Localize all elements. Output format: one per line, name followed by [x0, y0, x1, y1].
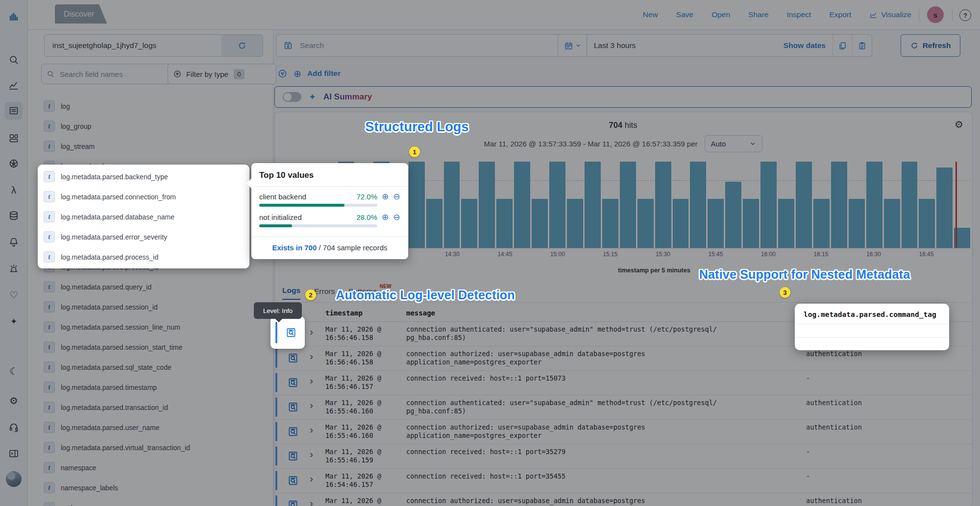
histogram-bar[interactable]	[866, 162, 882, 248]
settings-gear-icon[interactable]: ⚙	[5, 392, 23, 410]
histogram-bar[interactable]	[919, 199, 935, 248]
expand-document-icon[interactable]	[287, 377, 299, 388]
lambda-functions-icon[interactable]: λ	[5, 181, 23, 199]
field-list-item[interactable]: t log.metadata.parsed.timestamp	[27, 377, 273, 397]
field-search-input[interactable]	[59, 70, 149, 79]
copy-icon[interactable]	[833, 35, 852, 56]
histogram-bar[interactable]	[690, 162, 706, 248]
histogram-bar[interactable]	[496, 199, 513, 248]
histogram-bar[interactable]	[743, 199, 759, 248]
expand-document-icon[interactable]	[287, 401, 299, 413]
save-query-floppy-icon[interactable]	[283, 41, 293, 50]
exists-in-link[interactable]: Exists in 700	[272, 243, 317, 252]
table-row[interactable]: › Mar 11, 2026 @ 16:55:46.159 connection…	[274, 444, 972, 469]
alerts-siren-icon[interactable]	[5, 260, 23, 277]
histogram-bar[interactable]	[409, 162, 425, 248]
histogram-bar[interactable]	[637, 199, 654, 248]
table-row[interactable]: › Mar 11, 2026 @ 16:56:46.157 connection…	[274, 371, 972, 395]
histogram-bar[interactable]	[884, 199, 900, 248]
product-logo-icon[interactable]	[5, 8, 23, 25]
histogram-bar[interactable]	[725, 182, 741, 248]
expand-document-icon[interactable]	[287, 450, 299, 462]
field-list-item[interactable]: t log.metadata.parsed.session_line_num	[27, 317, 273, 337]
query-search-box[interactable]	[276, 34, 567, 57]
row-chevron-icon[interactable]: ›	[310, 473, 313, 484]
table-row[interactable]: › Mar 11, 2026 @ 16:54:46.157 connection…	[274, 469, 972, 493]
histogram-bar[interactable]	[426, 199, 442, 248]
histogram-bar[interactable]	[796, 162, 812, 248]
expand-document-icon[interactable]	[287, 426, 299, 437]
expand-document-icon[interactable]	[287, 499, 299, 506]
add-filter-label[interactable]: Add filter	[307, 69, 341, 78]
user-avatar-badge[interactable]: s	[927, 6, 944, 23]
tour-step-badge-3[interactable]: 3	[780, 287, 790, 298]
tab-errors[interactable]: Errors	[314, 287, 335, 300]
field-list-item[interactable]: t log.metadata.parsed.user_name	[27, 417, 273, 437]
database-icon[interactable]	[5, 207, 23, 224]
filter-by-type-button[interactable]: Filter by type 0	[168, 64, 276, 84]
histogram-bar[interactable]	[902, 162, 918, 248]
filter-for-value-icon[interactable]: ⊕	[382, 213, 389, 221]
visualize-button[interactable]: Visualize	[869, 10, 911, 19]
ai-summary-toggle[interactable]	[283, 92, 301, 102]
column-header-message[interactable]: message	[406, 309, 435, 317]
tour-step-badge-2[interactable]: 2	[305, 289, 316, 300]
support-headset-icon[interactable]	[5, 418, 23, 436]
index-pattern-selector[interactable]: inst_sujeetgholap_1jhyd7_logs	[44, 34, 236, 57]
field-list-item[interactable]: t log_group	[27, 116, 273, 136]
interval-select[interactable]: Auto	[705, 135, 762, 152]
histogram-bar[interactable]	[778, 199, 794, 248]
table-row[interactable]: › Mar 11, 2026 @ 16:55:46.160 connection…	[274, 395, 972, 420]
field-search-box[interactable]	[41, 64, 172, 84]
histogram-bar[interactable]	[760, 162, 777, 248]
table-row[interactable]: › Mar 11, 2026 @ 16:54:46.157 connection…	[274, 493, 972, 506]
histogram-bar[interactable]	[655, 162, 671, 248]
field-list-item[interactable]: t log.metadata.parsed.virtual_transactio…	[27, 437, 273, 458]
inspect-button[interactable]: Inspect	[786, 10, 811, 19]
index-pattern-reload-button[interactable]	[221, 34, 263, 57]
date-picker-button[interactable]	[558, 35, 587, 56]
histogram-bar[interactable]	[444, 162, 460, 248]
filter-for-value-icon[interactable]: ⊕	[382, 193, 389, 201]
table-row[interactable]: › Mar 11, 2026 @ 16:55:46.160 connection…	[274, 420, 972, 444]
expand-document-icon[interactable]	[285, 327, 297, 338]
tour-step-badge-1[interactable]: 1	[409, 146, 420, 157]
time-range-value[interactable]: Last 3 hours	[587, 41, 784, 50]
filter-out-value-icon[interactable]: ⊖	[393, 193, 400, 201]
dark-mode-moon-icon[interactable]: ☾	[5, 362, 23, 380]
app-tab-discover[interactable]: Discover	[55, 4, 107, 24]
field-list-item[interactable]: t log	[27, 96, 273, 116]
field-list-item[interactable]: t log.metadata.parsed.sql_state_code	[27, 357, 273, 377]
plus-circle-icon[interactable]: ⊕	[294, 69, 301, 78]
histogram-bar[interactable]	[813, 199, 830, 248]
export-button[interactable]: Export	[829, 10, 851, 19]
field-list-item[interactable]: t log.metadata.parsed.session_start_time	[27, 337, 273, 357]
help-icon[interactable]: ?	[959, 9, 971, 21]
row-chevron-icon[interactable]: ›	[310, 350, 313, 362]
save-button[interactable]: Save	[676, 10, 693, 19]
field-list-item[interactable]: t log.metadata.parsed.transaction_id	[27, 397, 273, 417]
histogram-bar[interactable]	[620, 162, 636, 248]
histogram-bar[interactable]	[585, 162, 601, 248]
tab-logs[interactable]: Logs	[282, 286, 300, 300]
histogram-bar[interactable]	[602, 199, 618, 248]
histogram-bar[interactable]	[549, 162, 565, 248]
kubernetes-icon[interactable]	[5, 155, 23, 172]
show-dates-link[interactable]: Show dates	[784, 41, 833, 50]
histogram-bar[interactable]	[479, 162, 495, 248]
field-list-item[interactable]: t log.metadata.parsed.backend_type	[38, 167, 249, 187]
field-list-item[interactable]: t node	[27, 498, 273, 506]
field-list-item[interactable]: t namespace	[27, 458, 273, 478]
histogram-bar[interactable]	[831, 162, 847, 248]
ai-sparkles-icon[interactable]: ✦	[5, 313, 23, 330]
field-list-item[interactable]: t namespace_labels	[27, 478, 273, 498]
field-list-item[interactable]: t log.metadata.parsed.database_name	[38, 207, 249, 227]
field-list-item[interactable]: t log.metadata.parsed.connection_from	[38, 187, 249, 207]
histogram-bar[interactable]	[567, 199, 583, 248]
field-list-item[interactable]: t log_stream	[27, 136, 273, 156]
clipboard-icon[interactable]	[852, 35, 872, 56]
histogram-bar[interactable]	[461, 199, 477, 248]
notifications-bell-icon[interactable]	[5, 233, 23, 251]
field-list-item[interactable]: t log.metadata.parsed.query_id	[27, 277, 273, 297]
field-list-item[interactable]: t log.metadata.parsed.process_id	[38, 247, 249, 267]
